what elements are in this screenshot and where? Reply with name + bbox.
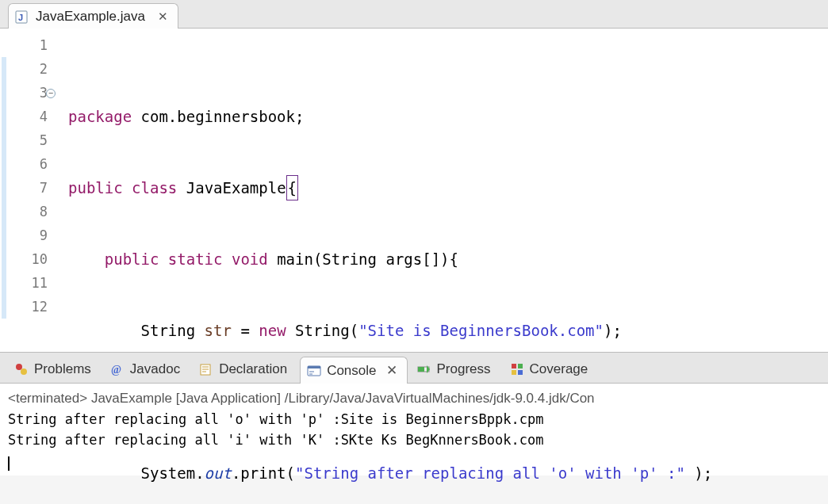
svg-point-3 [21,368,27,375]
code-line: String str = new String("Site is Beginne… [68,319,712,342]
fold-toggle-icon[interactable]: − [46,89,56,98]
editor-tab-label: JavaExample.java [36,9,145,25]
svg-text:J: J [18,13,23,22]
line-number: 7 [0,176,48,200]
code-line: package com.beginnersbook; [68,105,712,128]
code-line [68,390,712,414]
code-line: public static void main(String args[]){ [68,247,712,271]
line-number: 11 [0,271,48,295]
line-number: 2 [0,57,48,81]
text-cursor: { [286,175,298,200]
code-content[interactable]: package com.beginnersbook; public class … [56,29,712,352]
code-editor[interactable]: 1 2 3− 4 5 6 7 8 9 10 11 12 package com.… [0,29,828,352]
line-number: 5 [0,128,48,152]
tab-label: Console [327,363,376,379]
console-cursor [8,456,10,471]
line-number: 3− [0,81,48,105]
line-number: 6 [0,152,48,176]
line-number: 12 [0,295,48,319]
code-line: public class JavaExample{ [68,176,712,200]
svg-point-2 [16,364,22,370]
close-icon[interactable]: ✕ [386,362,397,379]
editor-tab-javaexample[interactable]: J JavaExample.java ✕ [8,3,178,29]
line-number-gutter: 1 2 3− 4 5 6 7 8 9 10 11 12 [0,29,56,352]
line-number: 4 [0,105,48,128]
line-number: 10 [0,247,48,271]
java-file-icon: J [15,10,29,24]
close-icon[interactable]: ✕ [158,10,168,24]
line-number: 9 [0,223,48,247]
line-number: 8 [0,200,48,223]
editor-tabbar: J JavaExample.java ✕ [0,0,828,29]
console-icon [307,364,321,378]
problems-icon [14,362,29,376]
line-number: 1 [0,33,48,57]
tab-console[interactable]: Console ✕ [300,357,407,384]
code-line: System.out.print("String after replacing… [68,461,712,485]
svg-rect-7 [308,366,320,368]
